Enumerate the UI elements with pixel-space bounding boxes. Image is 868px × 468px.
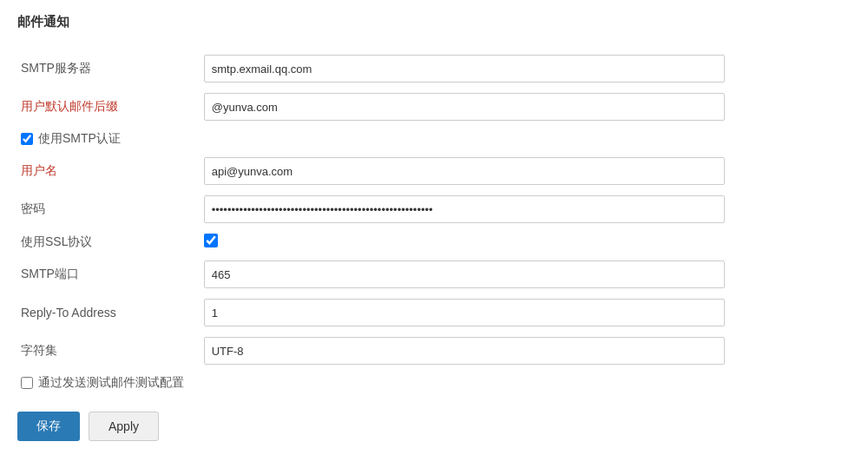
ssl-checkbox-cell (201, 228, 810, 255)
smtp-port-label: SMTP端口 (17, 255, 201, 293)
ssl-label: 使用SSL协议 (17, 228, 201, 255)
save-button[interactable]: 保存 (17, 412, 80, 441)
test-config-row: 通过发送测试邮件测试配置 (17, 370, 851, 396)
button-row: 保存 Apply (17, 412, 851, 441)
smtp-port-input[interactable] (204, 260, 725, 288)
ssl-checkbox[interactable] (204, 234, 218, 247)
charset-label: 字符集 (17, 332, 201, 370)
test-config-extra (810, 370, 851, 396)
charset-input-cell (201, 332, 810, 370)
smtp-port-input-cell (201, 255, 810, 293)
reply-to-input-cell (201, 293, 810, 332)
smtp-port-row: SMTP端口 (17, 255, 851, 293)
ssl-extra (810, 228, 851, 255)
username-extra (810, 152, 851, 190)
email-suffix-input[interactable] (204, 93, 725, 121)
username-input-cell (201, 152, 810, 190)
smtp-server-input-cell (201, 49, 810, 88)
smtp-auth-label[interactable]: 使用SMTP认证 (21, 131, 806, 147)
email-suffix-row: 用户默认邮件后缀 (17, 88, 851, 126)
reply-to-label: Reply-To Address (17, 293, 201, 332)
section-title: 邮件通知 (17, 14, 851, 36)
password-input-cell (201, 190, 810, 228)
ssl-row: 使用SSL协议 (17, 228, 851, 255)
charset-extra (810, 332, 851, 370)
password-extra (810, 190, 851, 228)
smtp-auth-text: 使用SMTP认证 (38, 131, 121, 147)
reply-to-extra (810, 293, 851, 332)
email-suffix-extra (810, 88, 851, 126)
smtp-server-row: SMTP服务器 (17, 49, 851, 88)
password-row: 密码 (17, 190, 851, 228)
smtp-auth-row: 使用SMTP认证 (17, 126, 851, 152)
smtp-auth-checkbox[interactable] (21, 133, 33, 145)
test-config-text: 通过发送测试邮件测试配置 (38, 375, 184, 391)
email-suffix-label: 用户默认邮件后缀 (17, 88, 201, 126)
test-config-cell: 通过发送测试邮件测试配置 (17, 370, 810, 396)
username-row: 用户名 (17, 152, 851, 190)
smtp-auth-cell: 使用SMTP认证 (17, 126, 810, 152)
smtp-server-extra (810, 49, 851, 88)
reply-to-input[interactable] (204, 299, 725, 326)
username-label: 用户名 (17, 152, 201, 190)
email-suffix-input-cell (201, 88, 810, 126)
reply-to-row: Reply-To Address (17, 293, 851, 332)
username-input[interactable] (204, 157, 725, 185)
test-config-label[interactable]: 通过发送测试邮件测试配置 (21, 375, 806, 391)
page-container: 邮件通知 SMTP服务器 用户默认邮件后缀 (0, 0, 868, 468)
password-input[interactable] (204, 195, 725, 223)
smtp-port-extra (810, 255, 851, 293)
smtp-auth-extra (810, 126, 851, 152)
charset-input[interactable] (204, 337, 725, 365)
smtp-server-label: SMTP服务器 (17, 49, 201, 88)
password-label: 密码 (17, 190, 201, 228)
smtp-server-input[interactable] (204, 55, 725, 82)
test-config-checkbox[interactable] (21, 377, 33, 389)
charset-row: 字符集 (17, 332, 851, 370)
form-table: SMTP服务器 用户默认邮件后缀 使用SMTP认证 (17, 49, 851, 396)
apply-button[interactable]: Apply (89, 412, 159, 441)
